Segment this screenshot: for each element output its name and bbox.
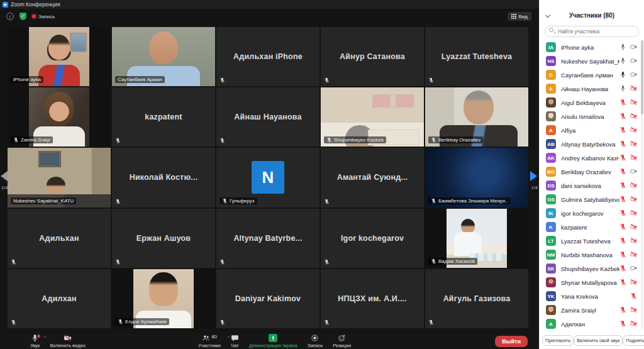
video-tile[interactable]: ВАДИМ ХАСАНОВВадим Хасанов — [425, 209, 528, 268]
mic-off-icon[interactable] — [630, 291, 637, 302]
participant-row[interactable]: AAlfiya — [540, 123, 642, 137]
participant-row[interactable]: LTLyazzat Tutesheva — [540, 234, 642, 248]
security-shield-icon[interactable]: ✓ — [19, 13, 26, 20]
video-tile[interactable]: Айгуль Газизова — [425, 269, 528, 328]
participant-row[interactable]: Shynar Mutallyapova — [540, 275, 642, 289]
participant-row[interactable]: YKYana Krekova — [540, 289, 642, 303]
mic-icon[interactable] — [619, 83, 626, 94]
camera-off-icon[interactable] — [630, 97, 637, 108]
participant-row[interactable]: AKAndrey Kabanov КазНИИЛХА — [540, 151, 642, 165]
participant-row[interactable]: Zamira Sraiyl — [540, 303, 642, 317]
leave-button[interactable]: Выйти — [495, 336, 528, 347]
video-tile[interactable]: Zamira Sraiyl — [8, 87, 111, 147]
camera-off-icon[interactable] — [630, 125, 637, 136]
view-button[interactable]: Вид — [508, 12, 531, 21]
mic-off-icon[interactable] — [619, 263, 626, 274]
video-tile[interactable]: Айнаш Науанова — [216, 87, 319, 147]
video-tile[interactable]: Адильхан — [8, 209, 111, 268]
mic-off-icon[interactable] — [619, 235, 626, 247]
mic-off-icon[interactable] — [619, 277, 626, 288]
camera-icon[interactable] — [630, 55, 637, 67]
mic-icon[interactable] — [619, 55, 626, 67]
video-tile[interactable]: NГульферуз — [216, 148, 319, 207]
next-page-arrow-icon[interactable] — [530, 171, 537, 181]
video-tile[interactable]: Адилхан — [8, 269, 111, 328]
video-tile[interactable]: iPhone ayka — [8, 27, 111, 86]
camera-off-icon[interactable] — [630, 208, 637, 219]
camera-off-icon[interactable] — [630, 111, 637, 122]
participant-row[interactable]: ABAltynay Batyrbekova — [540, 137, 642, 151]
mic-off-icon[interactable] — [619, 304, 626, 316]
video-tile[interactable]: Igor kochegarov — [321, 209, 424, 268]
video-tile[interactable]: Елдос Кулжабаев — [112, 269, 215, 328]
participant-row[interactable]: CСауганбаев Арман — [540, 68, 642, 82]
video-tile[interactable]: Altynay Batyrbe... — [216, 209, 319, 268]
video-tile[interactable]: Адильхан iPhone — [216, 27, 319, 86]
mic-icon[interactable] — [619, 42, 626, 53]
unmute-button[interactable]: Включить свой звук — [574, 335, 623, 346]
mic-off-icon[interactable] — [619, 152, 626, 163]
participant-row[interactable]: IKigor kochegarov — [540, 206, 642, 220]
camera-off-icon[interactable] — [630, 235, 637, 247]
participant-row[interactable]: AАдилхан — [540, 317, 642, 331]
mic-off-icon[interactable] — [619, 194, 626, 205]
participant-row[interactable]: Aisulu Ismailova — [540, 109, 642, 123]
camera-off-icon[interactable] — [630, 180, 637, 191]
share-screen-button[interactable]: Демонстрация экрана — [244, 334, 303, 348]
record-button[interactable]: Запись — [303, 334, 328, 348]
mic-off-icon[interactable] — [619, 318, 626, 330]
participants-button[interactable]: 80 ^ Участники — [193, 334, 226, 348]
participant-row[interactable]: NMNurbibi Mashanova — [540, 248, 642, 262]
participant-row[interactable]: Kkazpatent — [540, 220, 642, 234]
audio-button[interactable]: ^ Звук — [25, 334, 45, 348]
video-tile[interactable]: Berikbay Orazaliev — [425, 87, 528, 147]
camera-off-icon[interactable] — [630, 318, 637, 330]
participant-row[interactable]: Aigul Bekbayeva — [540, 96, 642, 109]
video-tile[interactable]: Ержан Ашуов — [112, 209, 215, 268]
chat-button[interactable]: Чат — [226, 334, 244, 348]
video-tile[interactable]: Николай Костю... — [112, 148, 215, 207]
raise-hand-button[interactable]: Поднять руку — [623, 335, 644, 346]
mic-off-icon[interactable] — [619, 249, 626, 260]
video-button[interactable]: Включить видео — [45, 334, 91, 348]
mic-off-icon[interactable] — [619, 97, 626, 108]
invite-button[interactable]: Пригласить — [542, 335, 574, 346]
panel-scrollbar[interactable] — [641, 40, 643, 331]
mic-off-icon[interactable] — [619, 111, 626, 122]
scrollbar-thumb[interactable] — [641, 40, 643, 114]
video-tile[interactable]: Nukeshev Sayakhat_KATU — [8, 148, 111, 207]
video-tile[interactable]: Амантай Суюнд... — [321, 148, 424, 207]
meeting-info-icon[interactable]: i — [6, 13, 14, 20]
video-tile[interactable]: Саутанбаев Арман — [112, 27, 215, 86]
camera-icon[interactable] — [630, 69, 637, 80]
mic-off-icon[interactable] — [619, 180, 626, 191]
video-tile[interactable]: Айнур Сатанова — [321, 27, 424, 86]
participant-row[interactable]: GSGulmira Satybaldiyeva KATU — [540, 192, 642, 206]
camera-off-icon[interactable] — [630, 138, 637, 150]
camera-icon[interactable] — [630, 42, 637, 53]
camera-off-icon[interactable] — [630, 194, 637, 205]
camera-off-icon[interactable] — [630, 249, 637, 260]
search-input[interactable] — [545, 26, 639, 37]
camera-off-icon[interactable] — [630, 277, 637, 288]
mic-off-icon[interactable] — [619, 138, 626, 150]
reactions-button[interactable]: Реакции — [328, 334, 356, 348]
mic-off-icon[interactable] — [619, 125, 626, 136]
prev-page-arrow-icon[interactable] — [1, 171, 8, 181]
camera-off-icon[interactable] — [630, 221, 637, 233]
video-tile[interactable]: zoomБаимбетова Эльмира Меирх.. — [425, 148, 528, 207]
participant-row[interactable]: DSdani sarsekova — [540, 179, 642, 192]
video-tile[interactable]: Daniyar Kakimov — [216, 269, 319, 328]
mic-off-icon[interactable] — [619, 166, 626, 177]
camera-icon[interactable] — [630, 263, 637, 274]
camera-off-icon[interactable] — [630, 152, 637, 163]
mic-off-icon[interactable] — [619, 221, 626, 233]
mic-icon[interactable] — [619, 69, 626, 80]
video-tile[interactable]: Shupshibayev Kazbek — [321, 87, 424, 147]
recording-indicator[interactable]: Запись — [32, 14, 55, 19]
participant-row[interactable]: SKShupshibayev Kazbek — [540, 262, 642, 275]
participant-row[interactable]: IAiPhone ayka — [540, 40, 642, 54]
camera-off-icon[interactable] — [630, 304, 637, 316]
video-tile[interactable]: kazpatent — [112, 87, 215, 147]
video-tile[interactable]: НПЦЗХ им. А.И.... — [321, 269, 424, 328]
